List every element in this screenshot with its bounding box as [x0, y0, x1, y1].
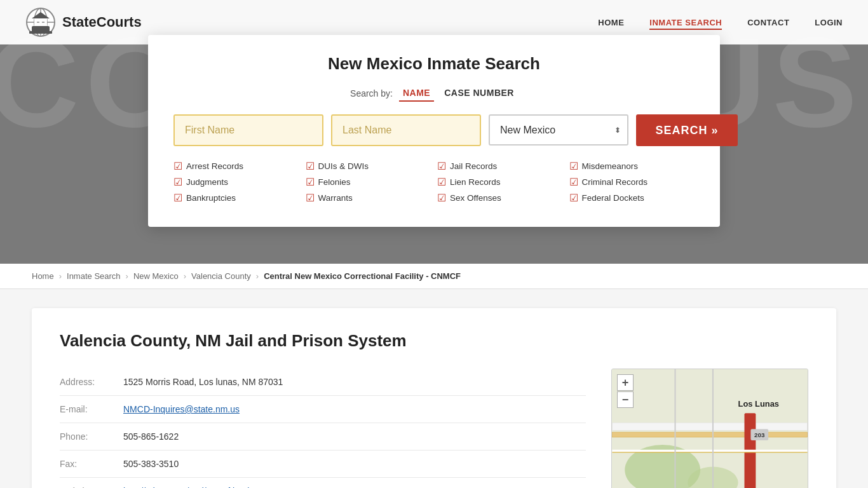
checkmark-icon-10: ☑ — [306, 192, 315, 204]
checkmark-icon-6: ☑ — [306, 176, 315, 188]
map-controls: + − — [617, 374, 634, 408]
svg-rect-11 — [612, 423, 807, 430]
svg-text:203: 203 — [754, 431, 765, 438]
checkbox-label-3: Jail Records — [450, 161, 497, 171]
search-card: New Mexico Inmate Search Search by: NAME… — [148, 35, 720, 227]
map-zoom-in-button[interactable]: + — [617, 374, 634, 391]
fax-row: Fax: 505-383-3510 — [60, 451, 586, 478]
nav-inmate-search[interactable]: INMATE SEARCH — [649, 18, 722, 30]
checkbox-label-6: Felonies — [318, 177, 351, 187]
phone-value: 505-865-1622 — [123, 431, 179, 442]
checkbox-sex-offenses: ☑ Sex Offenses — [437, 192, 563, 204]
hero-section: COURTHOUSE StateCourts HOME INMATE SEARC… — [0, 0, 868, 264]
breadcrumb: Home › Inmate Search › New Mexico › Vale… — [0, 264, 868, 289]
site-name: StateCourts — [62, 14, 142, 30]
tab-name[interactable]: NAME — [399, 85, 434, 102]
checkbox-label-2: DUIs & DWIs — [318, 161, 369, 171]
checkmark-icon-11: ☑ — [437, 192, 446, 204]
email-label: E-mail: — [60, 404, 111, 414]
email-row: E-mail: NMCD-Inquires@state.nm.us — [60, 396, 586, 423]
checkbox-duis: ☑ DUIs & DWIs — [306, 160, 431, 172]
address-row: Address: 1525 Morris Road, Los lunas, NM… — [60, 369, 586, 396]
search-by-row: Search by: NAME CASE NUMBER — [173, 85, 695, 102]
fax-value: 505-383-3510 — [123, 459, 179, 469]
logo[interactable]: StateCourts — [25, 7, 142, 37]
nav-login[interactable]: LOGIN — [815, 18, 843, 27]
checkmark-icon-7: ☑ — [437, 176, 446, 188]
map-zoom-out-button[interactable]: − — [617, 391, 634, 408]
breadcrumb-sep-1: › — [59, 271, 62, 281]
info-rows: Address: 1525 Morris Road, Los lunas, NM… — [60, 369, 586, 488]
checkboxes-grid: ☑ Arrest Records ☑ DUIs & DWIs ☑ Jail Re… — [173, 160, 695, 204]
nav-links: HOME INMATE SEARCH CONTACT LOGIN — [598, 17, 843, 28]
facility-title: Valencia County, NM Jail and Prison Syst… — [60, 331, 808, 351]
map-svg: Los Lunas 203 — [612, 369, 808, 488]
checkbox-label-11: Sex Offenses — [450, 193, 501, 203]
checkbox-warrants: ☑ Warrants — [306, 192, 431, 204]
checkbox-federal-dockets: ☑ Federal Dockets — [569, 192, 695, 204]
checkbox-label-1: Arrest Records — [186, 161, 243, 171]
checkmark-icon-9: ☑ — [173, 192, 182, 204]
fax-label: Fax: — [60, 459, 111, 469]
email-link[interactable]: NMCD-Inquires@state.nm.us — [123, 404, 240, 414]
checkmark-icon-5: ☑ — [173, 176, 182, 188]
state-select[interactable]: New Mexico — [489, 114, 628, 146]
map-area[interactable]: + − Los Lunas — [611, 369, 808, 488]
search-title: New Mexico Inmate Search — [173, 54, 695, 74]
breadcrumb-sep-3: › — [184, 271, 186, 281]
logo-icon — [25, 7, 56, 37]
info-table: Address: 1525 Morris Road, Los lunas, NM… — [60, 369, 808, 488]
last-name-input[interactable] — [331, 114, 481, 146]
checkbox-criminal-records: ☑ Criminal Records — [569, 176, 695, 188]
svg-text:Los Lunas: Los Lunas — [738, 399, 779, 409]
nav-contact[interactable]: CONTACT — [747, 18, 789, 27]
breadcrumb-current: Central New Mexico Correctional Facility… — [264, 271, 461, 281]
checkbox-judgments: ☑ Judgments — [173, 176, 299, 188]
checkbox-label-5: Judgments — [186, 177, 228, 187]
breadcrumb-new-mexico[interactable]: New Mexico — [133, 271, 179, 281]
checkbox-label-7: Lien Records — [450, 177, 501, 187]
breadcrumb-valencia-county[interactable]: Valencia County — [191, 271, 251, 281]
checkbox-label-4: Misdemeanors — [582, 161, 639, 171]
checkbox-lien-records: ☑ Lien Records — [437, 176, 563, 188]
tab-case-number[interactable]: CASE NUMBER — [440, 85, 518, 102]
search-by-label: Search by: — [350, 88, 393, 98]
search-card-wrapper: New Mexico Inmate Search Search by: NAME… — [148, 35, 720, 227]
breadcrumb-sep-4: › — [256, 271, 259, 281]
svg-rect-12 — [612, 432, 807, 437]
website-row: Website: http://cd.nm.gov/apd/cnmcf.html — [60, 478, 586, 488]
svg-rect-7 — [34, 18, 37, 26]
svg-rect-8 — [39, 18, 42, 26]
checkmark-icon-2: ☑ — [306, 160, 315, 172]
phone-row: Phone: 505-865-1622 — [60, 423, 586, 451]
search-inputs-row: New Mexico ⬍ SEARCH » — [173, 114, 695, 146]
phone-label: Phone: — [60, 431, 111, 442]
checkbox-label-8: Criminal Records — [582, 177, 648, 187]
main-content: Valencia County, NM Jail and Prison Syst… — [0, 289, 868, 488]
breadcrumb-home[interactable]: Home — [32, 271, 54, 281]
content-card: Valencia County, NM Jail and Prison Syst… — [32, 308, 836, 488]
checkbox-label-9: Bankruptcies — [186, 193, 236, 203]
svg-rect-5 — [29, 31, 52, 34]
checkbox-arrest-records: ☑ Arrest Records — [173, 160, 299, 172]
checkmark-icon-8: ☑ — [569, 176, 578, 188]
checkmark-icon-4: ☑ — [569, 160, 578, 172]
first-name-input[interactable] — [173, 114, 323, 146]
checkbox-misdemeanors: ☑ Misdemeanors — [569, 160, 695, 172]
svg-rect-9 — [44, 18, 47, 26]
checkbox-jail-records: ☑ Jail Records — [437, 160, 563, 172]
checkbox-label-12: Federal Dockets — [582, 193, 644, 203]
breadcrumb-sep-2: › — [126, 271, 128, 281]
address-value: 1525 Morris Road, Los lunas, NM 87031 — [123, 377, 283, 387]
address-label: Address: — [60, 377, 111, 387]
checkbox-bankruptcies: ☑ Bankruptcies — [173, 192, 299, 204]
checkmark-icon-3: ☑ — [437, 160, 446, 172]
checkmark-icon-1: ☑ — [173, 160, 182, 172]
search-button[interactable]: SEARCH » — [636, 114, 738, 146]
checkmark-icon-12: ☑ — [569, 192, 578, 204]
checkbox-felonies: ☑ Felonies — [306, 176, 431, 188]
state-select-wrapper: New Mexico ⬍ — [489, 114, 628, 146]
checkbox-label-10: Warrants — [318, 193, 353, 203]
nav-home[interactable]: HOME — [598, 18, 624, 27]
breadcrumb-inmate-search[interactable]: Inmate Search — [67, 271, 121, 281]
